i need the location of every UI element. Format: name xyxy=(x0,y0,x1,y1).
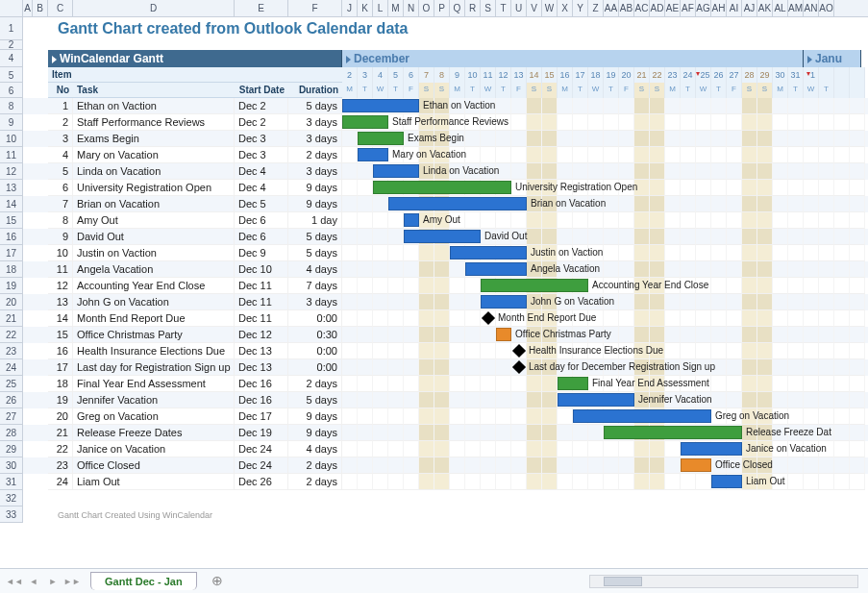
row-header[interactable]: 16 xyxy=(0,229,23,245)
col-header[interactable]: AN xyxy=(804,0,819,16)
row-header[interactable]: 33 xyxy=(0,507,23,523)
gantt-bar[interactable] xyxy=(373,181,511,194)
task-row[interactable]: 2013John G on VacationDec 113 daysJohn G… xyxy=(0,294,868,310)
row-header[interactable]: 23 xyxy=(0,343,23,359)
task-row[interactable]: 103Exams BeginDec 33 daysExams Begin xyxy=(0,131,868,147)
col-header[interactable]: J xyxy=(342,0,358,16)
row-header[interactable]: 20 xyxy=(0,294,23,310)
tab-next-icon[interactable]: ► xyxy=(44,574,62,589)
task-row[interactable]: 125Linda on VacationDec 43 daysLinda on … xyxy=(0,163,868,180)
task-row[interactable]: 2417Last day for Registration Sign upDec… xyxy=(0,359,868,376)
row-header[interactable]: 6 xyxy=(0,83,23,98)
col-header[interactable]: AH xyxy=(711,0,727,16)
gantt-bar[interactable] xyxy=(573,409,711,423)
gantt-bar[interactable] xyxy=(558,377,588,390)
gantt-bar[interactable] xyxy=(711,475,742,488)
col-header[interactable]: Y xyxy=(573,0,588,16)
task-row[interactable]: 2215Office Christmas PartyDec 120:30Offi… xyxy=(0,327,868,343)
task-row[interactable]: 2720Greg on VacationDec 179 daysGreg on … xyxy=(0,408,868,425)
gantt-bar[interactable] xyxy=(681,442,742,456)
col-header[interactable]: P xyxy=(434,0,450,16)
row-header[interactable]: 9 xyxy=(0,114,23,131)
row-header[interactable]: 29 xyxy=(0,441,23,457)
gantt-bar[interactable] xyxy=(373,164,419,178)
task-row[interactable]: 158Amy OutDec 61 dayAmy Out xyxy=(0,212,868,229)
gantt-bar[interactable] xyxy=(681,458,711,472)
col-header[interactable]: B xyxy=(33,0,48,16)
task-row[interactable]: 169David OutDec 65 daysDavid Out xyxy=(0,229,868,245)
gantt-bar[interactable] xyxy=(342,99,419,112)
task-row[interactable]: 2114Month End Report DueDec 110:00Month … xyxy=(0,310,868,327)
sheet-tab-active[interactable]: Gantt Dec - Jan xyxy=(90,572,197,590)
row-header[interactable]: 32 xyxy=(0,490,23,507)
task-row[interactable]: 3023Office ClosedDec 242 daysOffice Clos… xyxy=(0,457,868,474)
task-row[interactable]: 147Brian on VacationDec 59 daysBrian on … xyxy=(0,196,868,212)
col-header[interactable]: AC xyxy=(634,0,650,16)
col-header[interactable]: X xyxy=(558,0,573,16)
task-row[interactable]: 1710Justin on VactionDec 95 daysJustin o… xyxy=(0,245,868,261)
gantt-bar[interactable] xyxy=(342,115,388,129)
col-header[interactable]: C xyxy=(48,0,73,16)
task-row[interactable]: 2316Health Insurance Elections DueDec 13… xyxy=(0,343,868,359)
col-header[interactable]: T xyxy=(496,0,511,16)
row-header[interactable]: 22 xyxy=(0,327,23,343)
horizontal-scrollbar[interactable] xyxy=(589,575,858,588)
task-row[interactable]: 1912Accounting Year End CloseDec 117 day… xyxy=(0,278,868,294)
col-header[interactable]: AG xyxy=(696,0,711,16)
row-header[interactable]: 8 xyxy=(0,98,23,114)
row-header[interactable]: 24 xyxy=(0,359,23,376)
gantt-bar[interactable] xyxy=(481,295,527,309)
task-row[interactable]: 2518Final Year End AssessmentDec 162 day… xyxy=(0,376,868,392)
task-row[interactable]: 92Staff Performance ReviewsDec 23 daysSt… xyxy=(0,114,868,131)
col-header[interactable]: N xyxy=(404,0,419,16)
row-header[interactable]: 21 xyxy=(0,310,23,327)
col-header[interactable]: Z xyxy=(588,0,604,16)
col-header[interactable]: M xyxy=(388,0,404,16)
col-header[interactable]: AK xyxy=(757,0,773,16)
col-header[interactable]: AF xyxy=(681,0,696,16)
col-header[interactable]: A xyxy=(23,0,33,16)
task-row[interactable]: 1811Angela VacationDec 104 daysAngela Va… xyxy=(0,261,868,278)
row-header[interactable]: 25 xyxy=(0,376,23,392)
gantt-bar[interactable] xyxy=(465,262,527,276)
row-header[interactable]: 15 xyxy=(0,212,23,229)
select-all-corner[interactable] xyxy=(0,0,23,16)
row-header[interactable]: 19 xyxy=(0,278,23,294)
col-header[interactable]: U xyxy=(511,0,527,16)
add-sheet-button[interactable]: ⊕ xyxy=(207,571,228,592)
row-header[interactable]: 14 xyxy=(0,196,23,212)
col-header[interactable]: AI xyxy=(727,0,742,16)
col-header[interactable]: R xyxy=(465,0,481,16)
col-header[interactable]: AA xyxy=(604,0,619,16)
col-header[interactable]: V xyxy=(527,0,542,16)
col-header[interactable]: AD xyxy=(650,0,665,16)
row-header[interactable]: 31 xyxy=(0,474,23,490)
col-header[interactable]: AM xyxy=(788,0,804,16)
col-header[interactable]: S xyxy=(481,0,496,16)
col-header[interactable]: F xyxy=(288,0,342,16)
row-header[interactable]: 26 xyxy=(0,392,23,408)
task-row[interactable]: 81Ethan on VactionDec 25 daysEthan on Va… xyxy=(0,98,868,114)
task-row[interactable]: 3124Liam OutDec 262 daysLiam Out xyxy=(0,474,868,490)
scrollbar-thumb[interactable] xyxy=(604,577,642,586)
task-row[interactable]: 136University Registration OpenDec 49 da… xyxy=(0,180,868,196)
month-header-jan[interactable]: Janu xyxy=(804,50,861,67)
row-header[interactable]: 27 xyxy=(0,408,23,425)
gantt-bar[interactable] xyxy=(358,148,388,161)
row-header[interactable]: 28 xyxy=(0,425,23,441)
col-header[interactable]: AO xyxy=(819,0,834,16)
col-header[interactable]: W xyxy=(542,0,558,16)
row-header[interactable]: 1 xyxy=(0,17,23,40)
row-header[interactable]: 2 xyxy=(0,40,23,50)
col-header[interactable]: O xyxy=(419,0,434,16)
col-header[interactable]: AB xyxy=(619,0,634,16)
col-header[interactable]: D xyxy=(73,0,235,16)
col-header[interactable]: AL xyxy=(773,0,788,16)
tab-first-icon[interactable]: ◄◄ xyxy=(6,574,23,589)
gantt-bar[interactable] xyxy=(450,246,527,259)
row-header[interactable]: 18 xyxy=(0,261,23,278)
task-row[interactable]: 2821Release Freeze DatesDec 199 daysRele… xyxy=(0,425,868,441)
gantt-bar[interactable] xyxy=(496,328,511,341)
row-header[interactable]: 17 xyxy=(0,245,23,261)
col-header[interactable]: E xyxy=(235,0,288,16)
